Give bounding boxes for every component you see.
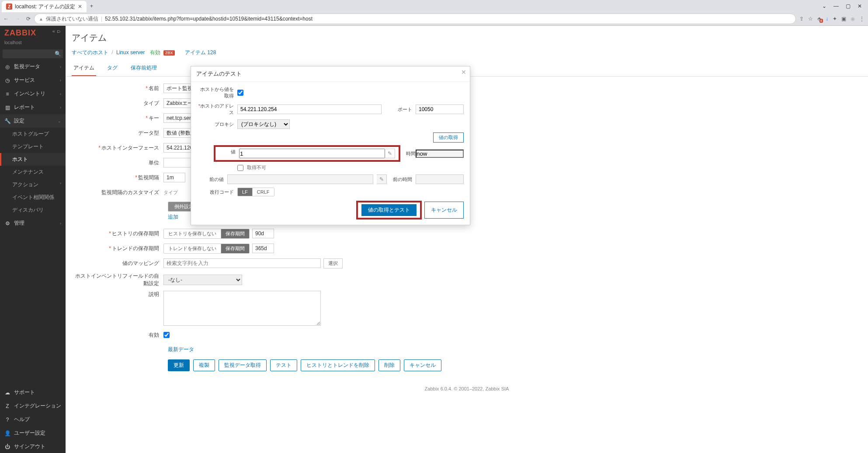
tab-tags[interactable]: タグ bbox=[105, 61, 119, 75]
url-text: 52.55.102.31/zabbix/items.php?form=updat… bbox=[105, 16, 312, 22]
trends-period-btn[interactable]: 保存期間 bbox=[221, 244, 249, 253]
chevron-right-icon: › bbox=[60, 105, 61, 110]
prev-time-field bbox=[416, 174, 464, 184]
modal-close-icon[interactable]: ✕ bbox=[461, 69, 466, 76]
test-button[interactable]: テスト bbox=[270, 359, 297, 371]
sidepanel-icon[interactable]: ▣ bbox=[841, 16, 846, 22]
sidebar-sub-templates[interactable]: テンプレート bbox=[0, 140, 66, 153]
sidebar-search-input[interactable] bbox=[3, 49, 63, 58]
proxy-select[interactable]: (プロキシなし) bbox=[237, 119, 290, 129]
sidebar-item-services[interactable]: ◷サービス› bbox=[0, 73, 66, 87]
latest-data-link[interactable]: 最新データ bbox=[168, 346, 194, 353]
page-title: アイテム bbox=[66, 26, 868, 47]
breadcrumb-host[interactable]: Linux server bbox=[116, 49, 145, 56]
sidebar-collapse-icon[interactable]: « ⫐ bbox=[52, 28, 61, 34]
sidebar-footer-support[interactable]: ☁サポート bbox=[0, 386, 66, 399]
chevron-right-icon: › bbox=[60, 65, 61, 69]
trends-nosave[interactable]: トレンドを保存しない bbox=[164, 244, 221, 253]
insecure-warning-icon: ▲ bbox=[39, 17, 43, 21]
window-controls: ⌄ — ▢ ✕ bbox=[818, 3, 866, 9]
chevron-right-icon: › bbox=[60, 78, 61, 83]
sidebar-sub-hosts[interactable]: ホスト bbox=[0, 153, 66, 166]
clear-button[interactable]: ヒストリとトレンドを削除 bbox=[301, 359, 375, 371]
chevron-down-icon[interactable]: ⌄ bbox=[822, 3, 826, 9]
execute-button[interactable]: 監視データ取得 bbox=[219, 359, 267, 371]
list-icon: ≡ bbox=[4, 91, 10, 97]
sidebar-footer-user[interactable]: 👤ユーザー設定 bbox=[0, 426, 66, 440]
modal-cancel-button[interactable]: キャンセル bbox=[424, 202, 464, 219]
trends-period-field[interactable] bbox=[252, 244, 274, 253]
host-address-field[interactable] bbox=[237, 105, 382, 114]
cloud-icon: ☁ bbox=[4, 390, 10, 396]
sidebar-sub-actions[interactable]: アクション› bbox=[0, 178, 66, 191]
tab-preproc[interactable]: 保存前処理 bbox=[129, 61, 159, 75]
prev-value-edit-icon[interactable]: ✎ bbox=[377, 174, 387, 184]
nav-reload-icon[interactable]: ⟳ bbox=[26, 16, 31, 22]
sidebar-footer-integration[interactable]: Zインテグレーション bbox=[0, 399, 66, 413]
sidebar-item-inventory[interactable]: ≡インベントリ› bbox=[0, 87, 66, 101]
sidebar-sub-maintenance[interactable]: メンテナンス bbox=[0, 166, 66, 178]
chart-icon: ▥ bbox=[4, 105, 10, 111]
interval-add-link[interactable]: 追加 bbox=[168, 213, 178, 221]
window-maximize-icon[interactable]: ▢ bbox=[846, 3, 851, 9]
sidebar-footer-help[interactable]: ?ヘルプ bbox=[0, 413, 66, 426]
breadcrumb-items[interactable]: アイテム 128 bbox=[185, 49, 216, 56]
hostinv-select[interactable]: -なし- bbox=[163, 275, 242, 285]
sidebar-sub-event-corr[interactable]: イベント相関関係 bbox=[0, 191, 66, 204]
window-close-icon[interactable]: ✕ bbox=[858, 3, 862, 9]
delete-button[interactable]: 削除 bbox=[378, 359, 400, 371]
tab-close-icon[interactable]: ✕ bbox=[78, 3, 82, 10]
get-from-host-checkbox[interactable] bbox=[237, 90, 243, 96]
download-icon[interactable]: ↓ bbox=[826, 16, 828, 22]
get-and-test-button[interactable]: 値の取得とテスト bbox=[361, 204, 417, 216]
breadcrumb-all-hosts[interactable]: すべてのホスト bbox=[72, 49, 108, 56]
url-sep: | bbox=[101, 16, 102, 22]
sidebar-footer-signout[interactable]: ⏻サインアウト bbox=[0, 440, 66, 453]
sidebar-item-admin[interactable]: ⚙管理› bbox=[0, 216, 66, 230]
search-icon[interactable]: 🔍 bbox=[55, 51, 61, 57]
clone-button[interactable]: 複製 bbox=[193, 359, 215, 371]
share-icon[interactable]: ⇪ bbox=[799, 16, 804, 22]
kebab-menu-icon[interactable]: ⋮ bbox=[859, 16, 865, 22]
sidebar-sub-hostgroups[interactable]: ホストグループ bbox=[0, 128, 66, 140]
eol-lf[interactable]: LF bbox=[238, 188, 252, 196]
window-minimize-icon[interactable]: — bbox=[833, 3, 839, 9]
eol-crlf[interactable]: CRLF bbox=[252, 188, 274, 196]
interval-field[interactable] bbox=[163, 173, 185, 182]
bookmark-star-icon[interactable]: ☆ bbox=[808, 16, 813, 22]
port-field[interactable] bbox=[416, 105, 464, 114]
history-period-field[interactable] bbox=[252, 229, 274, 238]
update-button[interactable]: 更新 bbox=[168, 359, 190, 371]
nav-back-icon[interactable]: ← bbox=[3, 16, 9, 22]
chevron-right-icon: › bbox=[60, 181, 61, 185]
tab-item[interactable]: アイテム bbox=[72, 61, 96, 76]
url-bar[interactable]: ▲ 保護されていない通信 | 52.55.102.31/zabbix/items… bbox=[34, 14, 796, 24]
sidebar-item-config[interactable]: 🔧設定⌄ bbox=[0, 114, 66, 128]
nav-icons: ← → ⟳ bbox=[3, 16, 31, 22]
enabled-checkbox[interactable] bbox=[163, 332, 170, 338]
new-tab-button[interactable]: + bbox=[87, 3, 97, 9]
sidebar-item-reports[interactable]: ▥レポート› bbox=[0, 101, 66, 114]
cancel-button[interactable]: キャンセル bbox=[404, 359, 441, 371]
tab-bar: Z localhost: アイテムの設定 ✕ + ⌄ — ▢ ✕ bbox=[0, 0, 868, 12]
value-field[interactable] bbox=[239, 149, 385, 158]
valuemap-field[interactable] bbox=[163, 258, 321, 268]
history-period-btn[interactable]: 保存期間 bbox=[221, 229, 249, 238]
value-edit-icon[interactable]: ✎ bbox=[385, 149, 395, 158]
sidebar-sub-discovery[interactable]: ディスカバリ bbox=[0, 204, 66, 216]
history-nosave[interactable]: ヒストリを保存しない bbox=[164, 229, 221, 238]
ext-badge-icon[interactable]: ⬘4 bbox=[817, 16, 821, 22]
modal-footer: 値の取得とテスト キャンセル bbox=[197, 202, 464, 219]
favicon-zabbix-icon: Z bbox=[6, 3, 12, 10]
sidebar-item-monitoring[interactable]: ◎監視データ› bbox=[0, 60, 66, 73]
nav-forward-icon[interactable]: → bbox=[15, 16, 20, 22]
form-buttons: 更新 複製 監視データ取得 テスト ヒストリとトレンドを削除 削除 キャンセル bbox=[72, 359, 862, 371]
not-avail-checkbox[interactable] bbox=[237, 165, 243, 171]
browser-tab[interactable]: Z localhost: アイテムの設定 ✕ bbox=[2, 1, 87, 12]
get-value-button[interactable]: 値の取得 bbox=[433, 132, 464, 143]
description-field[interactable] bbox=[163, 291, 321, 326]
extensions-icon[interactable]: ✦ bbox=[833, 16, 837, 22]
breadcrumb: すべてのホスト / Linux server 有効 ZBX アイテム 128 bbox=[66, 47, 868, 58]
profile-icon[interactable]: ◉ bbox=[851, 16, 855, 22]
valuemap-select-btn[interactable]: 選択 bbox=[323, 258, 343, 268]
